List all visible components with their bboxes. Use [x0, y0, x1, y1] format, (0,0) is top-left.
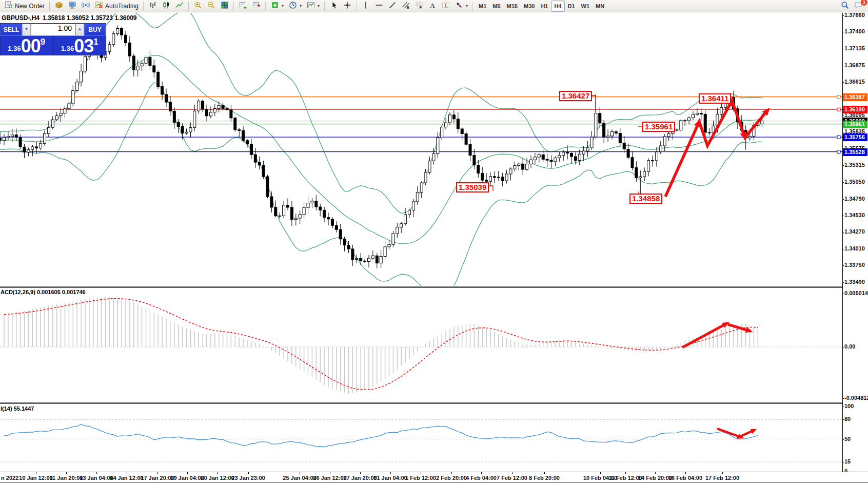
- line-chart-button[interactable]: [173, 1, 186, 12]
- svg-text:A: A: [430, 2, 435, 9]
- bull-candle: [311, 201, 313, 203]
- bull-candle: [692, 114, 695, 118]
- horizontal-line-button[interactable]: [372, 1, 386, 12]
- hline-handle[interactable]: [837, 95, 840, 99]
- hline-handle[interactable]: [837, 136, 840, 139]
- text-button[interactable]: A: [426, 1, 439, 12]
- candle-chart-icon: [162, 1, 170, 11]
- time-tick: [421, 472, 421, 474]
- macd-annotation-arrow[interactable]: [682, 323, 727, 347]
- bear-candle: [704, 114, 706, 132]
- bear-candle: [0, 138, 2, 140]
- chevron-down-icon[interactable]: ▾: [282, 4, 284, 8]
- cursor-button[interactable]: [327, 1, 341, 12]
- tf-m1-button[interactable]: M1: [476, 1, 489, 12]
- tile-windows-button[interactable]: [218, 1, 231, 12]
- tf-m30-button[interactable]: M30: [521, 1, 538, 12]
- bull-candle: [294, 218, 297, 220]
- rsi-annotation-arrow[interactable]: [717, 429, 741, 437]
- new-order-button-label: New Order: [15, 3, 45, 10]
- hline-handle[interactable]: [837, 150, 840, 153]
- bear-candle: [339, 229, 342, 239]
- sell-button[interactable]: SELL: [1, 24, 22, 36]
- text-label-button[interactable]: T: [439, 1, 452, 12]
- chat-button[interactable]: 1: [852, 1, 865, 12]
- price-annotation-1.35961[interactable]: 1.35961: [642, 122, 675, 132]
- profiles-button[interactable]: [66, 1, 79, 12]
- bear-candle: [469, 144, 471, 156]
- annotation-callout[interactable]: [489, 186, 493, 191]
- tf-m15-button[interactable]: M15: [504, 1, 521, 12]
- autotrading-button[interactable]: AutoTrading: [92, 1, 141, 12]
- zigzag-arrow-head[interactable]: [694, 119, 701, 128]
- buy-button[interactable]: BUY: [84, 24, 106, 36]
- price-tick: 1.37400: [844, 28, 865, 34]
- price-tick: 1.34010: [844, 245, 865, 252]
- price-annotation-1.36427[interactable]: 1.36427: [559, 91, 592, 101]
- new-order-button[interactable]: New Order: [2, 1, 47, 12]
- tf-w1-button[interactable]: W1: [578, 1, 593, 12]
- bull-candle: [432, 154, 435, 161]
- rsi-pane[interactable]: [0, 404, 842, 472]
- bear-candle: [550, 160, 553, 162]
- notification-badge: 1: [861, 0, 867, 6]
- crosshair-button[interactable]: [341, 1, 354, 12]
- time-axis[interactable]: n 202210 Jan 12:0011 Jan 20:0013 Jan 04:…: [0, 472, 868, 483]
- time-tick: [481, 472, 482, 474]
- volume-decrease-button[interactable]: ▼: [22, 24, 31, 36]
- price-annotation-1.34858[interactable]: 1.34858: [629, 194, 662, 204]
- zoom-in-button[interactable]: [191, 1, 205, 12]
- bull-candle: [696, 113, 698, 115]
- auto-scroll-button[interactable]: [236, 1, 250, 12]
- vertical-line-button[interactable]: [359, 1, 372, 12]
- time-tick: [36, 472, 36, 474]
- templates-button[interactable]: ▾: [304, 1, 322, 12]
- hline-handle[interactable]: [837, 108, 840, 111]
- chart-shift-button[interactable]: [250, 1, 263, 12]
- volume-input[interactable]: 1.00: [31, 24, 75, 36]
- trendline-button[interactable]: [386, 1, 399, 12]
- bear-candle: [250, 144, 252, 154]
- sell-price[interactable]: 1.36 00 9: [1, 36, 54, 55]
- price-annotation-1.35039[interactable]: 1.35039: [456, 182, 489, 192]
- macd-pane[interactable]: [0, 288, 842, 402]
- tf-h1-button[interactable]: H1: [538, 1, 551, 12]
- price-tick: 1.37660: [844, 12, 865, 18]
- chevron-down-icon[interactable]: ▾: [318, 4, 320, 8]
- tf-d1-button[interactable]: D1: [565, 1, 578, 12]
- svg-text:E: E: [407, 6, 409, 9]
- tf-m5-button[interactable]: M5: [489, 1, 503, 12]
- zoom-out-button[interactable]: [205, 1, 218, 12]
- bear-candle: [364, 261, 366, 261]
- bear-candle: [177, 123, 180, 127]
- macd-arrow-head[interactable]: [745, 327, 753, 333]
- bear-candle: [570, 153, 573, 157]
- price-annotation-1.36411[interactable]: 1.36411: [699, 93, 731, 104]
- main-chart-pane[interactable]: [0, 13, 842, 286]
- chevron-down-icon[interactable]: ▾: [466, 4, 468, 8]
- price-axis[interactable]: 1.376601.374001.371351.368751.366151.363…: [843, 13, 868, 472]
- bull-candle: [428, 161, 431, 172]
- bull-candle: [655, 152, 658, 161]
- bear-candle: [599, 113, 601, 123]
- volume-increase-button[interactable]: ▲: [75, 24, 84, 36]
- signals-button[interactable]: [79, 1, 92, 12]
- chevron-down-icon[interactable]: ▾: [300, 4, 302, 8]
- package-icon: [55, 1, 63, 11]
- search-button[interactable]: [838, 1, 852, 12]
- candle-chart-button[interactable]: [160, 1, 173, 12]
- zigzag-arrow-head[interactable]: [740, 131, 746, 140]
- tf-h4-button[interactable]: H4: [551, 1, 564, 12]
- bar-chart-button[interactable]: [146, 1, 160, 12]
- bull-candle: [558, 156, 561, 158]
- channel-button[interactable]: E: [399, 1, 412, 12]
- tf-mn-button[interactable]: MN: [593, 1, 607, 12]
- fibonacci-button[interactable]: F: [412, 1, 426, 12]
- new-chart-button[interactable]: [52, 1, 66, 12]
- bear-candle: [323, 210, 326, 217]
- indicators-button[interactable]: ▾: [268, 1, 286, 12]
- arrows-button[interactable]: ▾: [452, 1, 470, 12]
- buy-price[interactable]: 1.36 03 1: [54, 36, 106, 55]
- bull-candle: [412, 202, 415, 210]
- periods-button[interactable]: ▾: [286, 1, 304, 12]
